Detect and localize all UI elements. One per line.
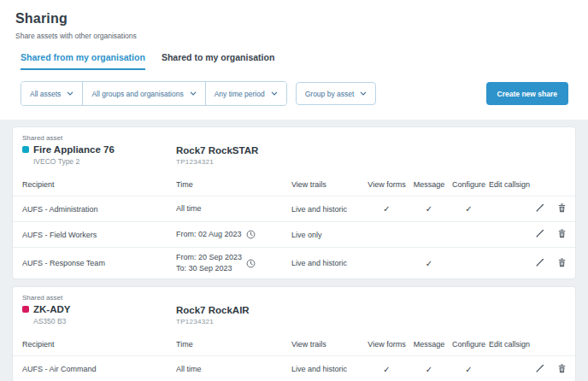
- page-title: Sharing: [15, 11, 573, 26]
- time-cell: From: 02 Aug 2023: [176, 230, 291, 240]
- message-check: ✓: [409, 259, 449, 268]
- header-time: Time: [176, 180, 291, 189]
- header-view-trails: View trails: [291, 180, 364, 189]
- time-cell: All time: [176, 204, 291, 214]
- device-id: TP1234321: [176, 318, 250, 325]
- configure-check: ✓: [449, 204, 489, 214]
- trash-icon: [557, 363, 567, 376]
- asset-color-dot: [22, 306, 29, 313]
- time-text: To: 30 Sep 2023: [176, 264, 242, 274]
- edit-button[interactable]: [535, 257, 545, 270]
- trash-icon: [557, 257, 567, 270]
- chevron-down-icon: [190, 91, 197, 96]
- top-section: Sharing Share assets with other organisa…: [0, 0, 588, 120]
- device-info: Rock7 RockSTAR TP1234321: [176, 144, 258, 166]
- assets-filter-dropdown[interactable]: All assets: [21, 82, 82, 105]
- group-by-label: Group by asset: [305, 90, 355, 98]
- table-row: AUFS - Response Team From: 20 Sep 2023 T…: [13, 248, 575, 278]
- create-new-share-button[interactable]: Create new share: [486, 82, 568, 105]
- edit-button[interactable]: [535, 363, 545, 376]
- chevron-down-icon: [360, 91, 367, 96]
- asset-info: Fire Appliance 76 IVECO Type 2: [22, 144, 176, 166]
- header-configure: Configure: [449, 340, 489, 349]
- assets-filter-label: All assets: [30, 90, 61, 98]
- header-message: Message: [409, 340, 449, 349]
- page-subtitle: Share assets with other organisations: [15, 32, 573, 40]
- clock-icon: [246, 259, 256, 268]
- table-row: AUFS - Field Workers From: 02 Aug 2023 L…: [13, 222, 575, 248]
- trash-icon: [557, 202, 567, 215]
- header-time: Time: [176, 340, 291, 349]
- time-text: From: 20 Sep 2023: [176, 253, 242, 263]
- tab-shared-from-my-organisation[interactable]: Shared from my organisation: [21, 52, 145, 70]
- filter-dropdown-group: All assets All groups and organisations …: [21, 81, 287, 106]
- pencil-icon: [535, 363, 545, 376]
- view-forms-check: ✓: [364, 204, 409, 214]
- time-text: All time: [176, 204, 202, 214]
- header-recipient: Recipient: [22, 180, 176, 189]
- trash-icon: [557, 228, 567, 241]
- asset-color-dot: [22, 146, 29, 153]
- delete-button[interactable]: [557, 257, 567, 270]
- pencil-icon: [535, 202, 545, 215]
- header-edit-callsign: Edit callsign: [489, 340, 535, 349]
- view-forms-check: ✓: [364, 365, 409, 374]
- delete-button[interactable]: [557, 363, 567, 376]
- asset-row: ZK-ADY AS350 B3 Rock7 RockAIR TP1234321: [22, 304, 566, 325]
- delete-button[interactable]: [557, 228, 567, 241]
- table-header-row: Recipient Time View trails View forms Me…: [13, 332, 575, 356]
- pencil-icon: [535, 257, 545, 270]
- edit-button[interactable]: [535, 228, 545, 241]
- view-trails-cell: Live only: [291, 231, 364, 239]
- content-area: Shared asset Fire Appliance 76 IVECO Typ…: [0, 120, 588, 381]
- time-cell: From: 20 Sep 2023 To: 30 Sep 2023: [176, 253, 291, 273]
- header-view-trails: View trails: [291, 340, 364, 349]
- view-trails-cell: Live and historic: [291, 259, 364, 267]
- clock-icon: [246, 230, 256, 239]
- chevron-down-icon: [67, 91, 74, 96]
- row-actions: [535, 257, 569, 270]
- shared-asset-label: Shared asset: [22, 294, 566, 302]
- chevron-down-icon: [271, 91, 278, 96]
- header-view-forms: View forms: [364, 180, 409, 189]
- row-actions: [535, 228, 569, 241]
- header-message: Message: [409, 180, 449, 189]
- view-trails-cell: Live and historic: [291, 365, 364, 373]
- device-info: Rock7 RockAIR TP1234321: [176, 304, 250, 325]
- recipient-cell: AUFS - Administration: [22, 205, 176, 214]
- row-actions: [535, 363, 569, 376]
- asset-type: IVECO Type 2: [33, 157, 176, 166]
- shared-asset-card: Shared asset ZK-ADY AS350 B3 Rock7 RockA…: [12, 286, 576, 381]
- device-name: Rock7 RockAIR: [176, 305, 250, 315]
- tab-bar: Shared from my organisation Shared to my…: [0, 52, 588, 70]
- page-header: Sharing Share assets with other organisa…: [0, 0, 588, 40]
- configure-check: ✓: [449, 365, 489, 374]
- message-check: ✓: [409, 365, 449, 374]
- asset-name: ZK-ADY: [33, 304, 70, 314]
- header-configure: Configure: [449, 180, 489, 189]
- tab-shared-to-my-organisation[interactable]: Shared to my organisation: [162, 52, 274, 70]
- table-row: AUFS - Air Command All time Live and his…: [13, 356, 575, 381]
- shared-asset-card: Shared asset Fire Appliance 76 IVECO Typ…: [12, 126, 576, 279]
- pencil-icon: [535, 228, 545, 241]
- recipient-cell: AUFS - Field Workers: [22, 231, 176, 239]
- time-cell: All time: [176, 365, 291, 375]
- edit-button[interactable]: [535, 202, 545, 215]
- row-actions: [535, 202, 569, 215]
- card-header: Shared asset ZK-ADY AS350 B3 Rock7 RockA…: [13, 287, 575, 332]
- view-trails-cell: Live and historic: [291, 205, 364, 214]
- recipient-cell: AUFS - Air Command: [22, 365, 176, 373]
- delete-button[interactable]: [557, 202, 567, 215]
- asset-info: ZK-ADY AS350 B3: [22, 304, 176, 325]
- recipient-cell: AUFS - Response Team: [22, 259, 176, 267]
- table-header-row: Recipient Time View trails View forms Me…: [13, 173, 575, 196]
- header-edit-callsign: Edit callsign: [489, 180, 535, 189]
- header-view-forms: View forms: [364, 340, 409, 349]
- table-row: AUFS - Administration All time Live and …: [13, 196, 575, 222]
- message-check: ✓: [409, 204, 449, 214]
- groups-filter-dropdown[interactable]: All groups and organisations: [82, 82, 204, 105]
- shared-asset-label: Shared asset: [22, 134, 566, 142]
- time-period-filter-dropdown[interactable]: Any time period: [205, 82, 286, 105]
- group-by-dropdown[interactable]: Group by asset: [296, 82, 377, 105]
- asset-type: AS350 B3: [33, 317, 176, 325]
